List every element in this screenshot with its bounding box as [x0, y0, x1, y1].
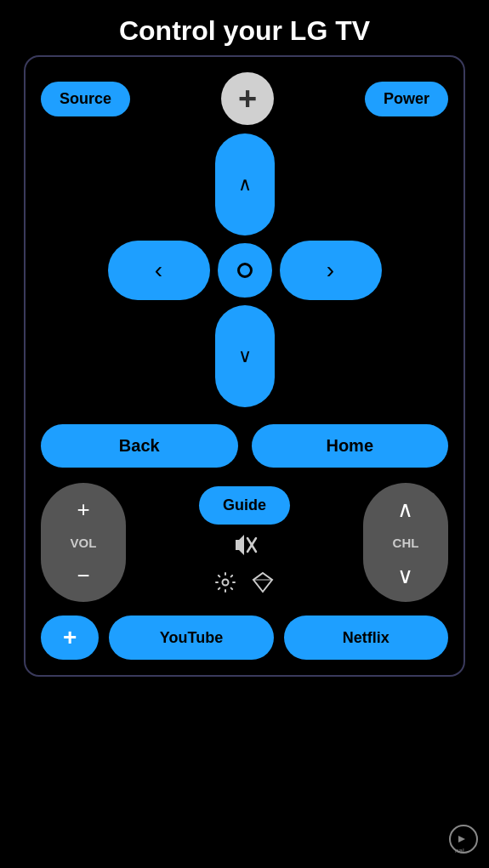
mute-button[interactable] [230, 531, 258, 564]
arrow-up-icon: ∧ [238, 173, 252, 196]
chl-down-button[interactable]: ∨ [397, 564, 413, 587]
arrow-left-icon: ‹ [155, 257, 162, 284]
diamond-icon [252, 571, 274, 593]
settings-icon [214, 571, 236, 593]
dpad-down[interactable]: ∨ [215, 305, 275, 407]
bottom-row: + YouTube Netflix [41, 616, 448, 660]
netflix-button[interactable]: Netflix [284, 616, 448, 660]
back-button[interactable]: Back [41, 424, 238, 468]
dpad-center[interactable] [215, 241, 275, 300]
home-button[interactable]: Home [252, 424, 449, 468]
vol-label: VOL [71, 536, 97, 550]
svg-text:nal: nal [455, 847, 464, 854]
vol-slider: + VOL − [41, 483, 126, 602]
controls-row: + VOL − Guide [41, 483, 448, 602]
remote-container: Source + Power ∧ ‹ › ∨ Back Home [24, 55, 465, 677]
page-title: Control your LG TV [0, 0, 489, 55]
svg-marker-3 [253, 573, 272, 592]
vol-down-button[interactable]: − [77, 564, 89, 587]
add-small-button[interactable]: + [41, 616, 99, 660]
center-dot [237, 263, 253, 278]
diamond-button[interactable] [252, 571, 274, 599]
top-row: Source + Power [41, 72, 448, 125]
mute-icon [230, 531, 258, 559]
arrow-right-icon: › [327, 257, 334, 284]
back-home-row: Back Home [41, 424, 448, 468]
guide-button[interactable]: Guide [199, 486, 290, 525]
power-button[interactable]: Power [365, 82, 448, 116]
chl-slider: ∧ CHL ∨ [363, 483, 448, 602]
svg-point-2 [223, 580, 229, 586]
dpad-wrapper: ∧ ‹ › ∨ [41, 133, 448, 407]
middle-controls: Guide [199, 483, 290, 602]
source-button[interactable]: Source [41, 82, 130, 116]
dpad-middle-row: ‹ › [108, 241, 382, 300]
vol-up-button[interactable]: + [77, 498, 89, 520]
arrow-down-icon: ∨ [238, 345, 252, 367]
add-button[interactable]: + [221, 72, 274, 125]
logo-icon: nal [448, 824, 479, 859]
chl-up-button[interactable]: ∧ [397, 498, 413, 520]
chl-label: CHL [393, 536, 419, 550]
dpad-right[interactable]: › [280, 241, 382, 300]
dpad-up[interactable]: ∧ [215, 133, 275, 235]
settings-button[interactable] [214, 571, 236, 599]
youtube-button[interactable]: YouTube [109, 616, 273, 660]
dpad-left[interactable]: ‹ [108, 241, 210, 300]
logo-area: nal [448, 824, 479, 859]
